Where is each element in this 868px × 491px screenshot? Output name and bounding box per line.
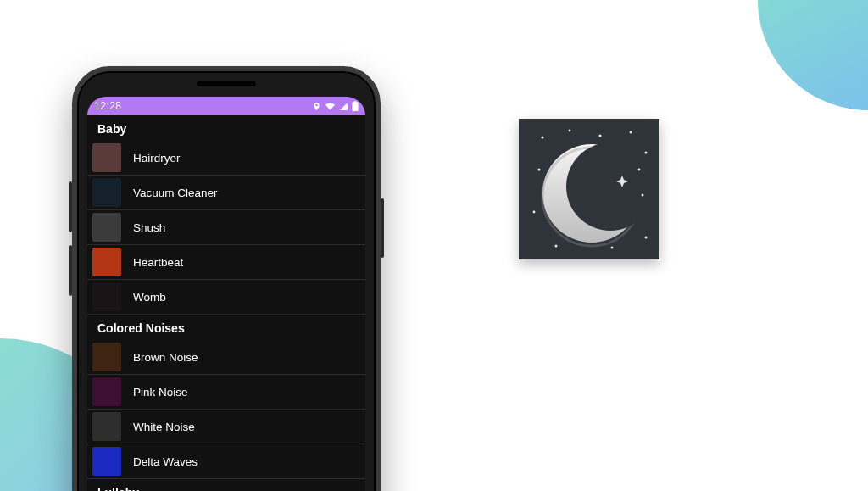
list-item-thumbnail [92, 282, 121, 311]
list-item-label: White Noise [133, 421, 357, 433]
phone-screen: 12:28 BabyHairdryerVacuum CleanerShushHe… [87, 97, 365, 491]
section-header: Baby [87, 115, 365, 141]
phone-speaker [197, 81, 256, 86]
svg-point-5 [644, 151, 647, 153]
section-header: Colored Noises [87, 315, 365, 340]
svg-point-10 [611, 247, 614, 249]
wifi-icon [325, 102, 336, 111]
list-item-thumbnail [92, 178, 121, 207]
sound-list[interactable]: BabyHairdryerVacuum CleanerShushHeartbea… [87, 115, 365, 491]
list-item[interactable]: Womb [87, 280, 365, 315]
list-item[interactable]: Brown Noise [87, 340, 365, 375]
list-item[interactable]: Delta Waves [87, 444, 365, 479]
list-item-thumbnail [92, 412, 121, 441]
list-item[interactable]: Hairdryer [87, 141, 365, 176]
list-item-label: Shush [133, 221, 357, 234]
svg-point-12 [638, 169, 641, 171]
status-time: 12:28 [94, 100, 122, 112]
decorative-blob-top-right [733, 0, 868, 135]
svg-point-8 [533, 211, 536, 214]
svg-point-11 [645, 237, 648, 239]
crescent-moon-icon [519, 119, 659, 259]
list-item-thumbnail [92, 447, 121, 476]
list-item-thumbnail [92, 213, 121, 242]
list-item[interactable]: Shush [87, 210, 365, 245]
svg-point-6 [538, 169, 541, 171]
list-item-thumbnail [92, 143, 121, 172]
list-item-label: Hairdryer [133, 152, 357, 165]
svg-point-1 [541, 136, 543, 138]
svg-point-15 [542, 144, 641, 243]
list-item-label: Vacuum Cleaner [133, 187, 357, 199]
list-item-thumbnail [92, 343, 121, 371]
svg-point-2 [569, 130, 571, 132]
status-bar: 12:28 [87, 97, 365, 115]
list-item-thumbnail [92, 377, 121, 406]
list-item-label: Heartbeat [133, 256, 357, 269]
app-icon [519, 119, 659, 259]
phone-frame: 12:28 BabyHairdryerVacuum CleanerShushHe… [72, 66, 381, 491]
list-item-label: Womb [133, 291, 357, 304]
list-item[interactable]: White Noise [87, 410, 365, 444]
list-item[interactable]: Heartbeat [87, 245, 365, 280]
list-item[interactable]: Vacuum Cleaner [87, 176, 365, 210]
list-item-label: Brown Noise [133, 351, 357, 364]
signal-icon [339, 102, 348, 111]
list-item[interactable]: Pink Noise [87, 375, 365, 410]
section-header: Lullaby [87, 479, 365, 491]
list-item-thumbnail [92, 248, 121, 276]
list-item-label: Pink Noise [133, 386, 357, 399]
svg-point-4 [630, 131, 632, 134]
list-item-label: Delta Waves [133, 455, 357, 468]
location-icon [312, 102, 321, 111]
svg-point-9 [555, 245, 558, 248]
svg-point-3 [598, 134, 601, 137]
battery-icon [352, 101, 359, 111]
